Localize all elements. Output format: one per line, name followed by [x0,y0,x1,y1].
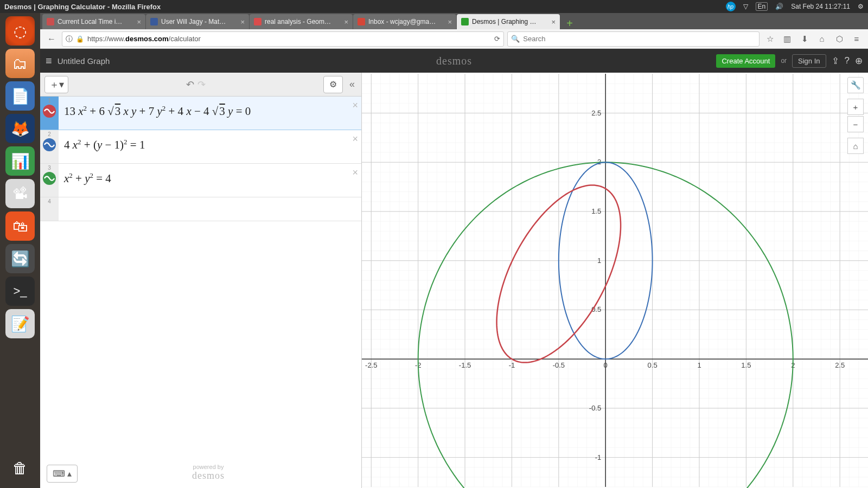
settings-button[interactable]: ⚙ [323,76,343,93]
firefox-window: Current Local Time i…×User Will Jagy - M… [40,13,868,488]
graph-controls: 🔧 + − ⌂ [847,77,864,154]
launcher-gedit[interactable]: 📝 [5,309,35,338]
tab-label: Desmos | Graphing … [472,18,548,25]
launcher-files[interactable]: 🗂 [5,49,35,78]
keypad-toggle[interactable]: ⌨ ▴ [47,465,78,483]
expression-row[interactable]: 3x2 + y2 = 4× [40,164,361,197]
info-icon[interactable]: ⓘ [66,34,73,44]
delete-expression-icon[interactable]: × [352,133,358,145]
url-bar[interactable]: ⓘ 🔒 https://www.desmos.com/calculator ⟳ [62,31,504,47]
reload-icon[interactable]: ⟳ [494,35,500,43]
search-bar[interactable]: 🔍 [507,31,760,47]
graph-canvas[interactable]: -2.5-2-1.5-1-0.500.511.522.5-1-0.50.511.… [362,73,868,488]
expression-input[interactable]: 4 x2 + (y − 1)2 = 1 [59,130,361,163]
launcher-firefox[interactable]: 🦊 [5,114,35,143]
expression-input[interactable] [59,197,361,221]
favicon-icon [358,18,365,25]
favicon-icon [461,18,469,25]
svg-text:-1: -1 [595,453,602,461]
zoom-out-button[interactable]: − [847,116,864,132]
expression-row[interactable]: 24 x2 + (y − 1)2 = 1× [40,130,361,164]
launcher-software[interactable]: 🛍 [5,211,35,241]
help-icon[interactable]: ? [845,55,850,66]
delete-expression-icon[interactable]: × [352,167,358,178]
expression-row[interactable]: 113 x2 + 6 √3 x y + 7 y2 + 4 x − 4 √3 y … [40,97,361,130]
tab-label: Inbox - wcjagy@gma… [368,18,444,25]
create-account-button[interactable]: Create Account [716,54,775,68]
search-input[interactable] [523,35,756,43]
bookmark-star-icon[interactable]: ☆ [763,32,777,46]
undo-button[interactable]: ↶ [186,79,194,91]
close-tab-icon[interactable]: × [551,18,556,26]
zoom-in-button[interactable]: + [847,99,864,115]
row-gutter: 2 [40,130,59,163]
clock[interactable]: Sat Feb 24 11:27:11 [791,3,850,10]
color-swatch[interactable] [43,172,56,185]
launcher-calc[interactable]: 📊 [5,146,35,176]
expression-input[interactable]: 13 x2 + 6 √3 x y + 7 y2 + 4 x − 4 √3 y =… [59,97,361,130]
browser-tab[interactable]: real analysis - Geom…× [250,14,353,29]
navbar: ← ⓘ 🔒 https://www.desmos.com/calculator … [40,29,868,49]
svg-text:1: 1 [697,361,701,369]
or-label: or [781,57,787,65]
graph-title[interactable]: Untitled Graph [58,56,110,66]
downloads-icon[interactable]: ⬇ [797,32,812,46]
expression-panel: ＋▾ ↶ ↷ ⚙ « 113 x2 + 6 √3 x y + 7 y2 + 4 … [40,73,362,488]
row-gutter: 4 [40,197,59,221]
browser-tab[interactable]: Desmos | Graphing …× [457,14,560,29]
desmos-app: ≡ Untitled Graph desmos Create Account o… [40,49,868,488]
new-tab-button[interactable]: + [563,17,577,29]
row-gutter: 3 [40,164,59,197]
globe-icon[interactable]: ⊕ [855,55,863,67]
redo-button[interactable]: ↷ [197,79,206,91]
svg-text:-2.5: -2.5 [365,361,377,369]
gear-icon[interactable]: ⚙ [858,3,864,10]
lang-indicator[interactable]: En [756,2,768,11]
launcher-impress[interactable]: 📽 [5,179,35,208]
launcher-terminal[interactable]: >_ [5,277,35,306]
url-text: https://www.desmos.com/calculator [87,35,491,43]
browser-tab[interactable]: Inbox - wcjagy@gma…× [353,14,456,29]
pocket-icon[interactable]: ⬡ [832,32,846,46]
svg-text:1.5: 1.5 [741,361,751,369]
launcher-trash[interactable]: 🗑 [5,453,35,483]
launcher-updater[interactable]: 🔄 [5,244,35,273]
search-icon: 🔍 [511,35,520,43]
favicon-icon [150,18,158,25]
volume-icon[interactable]: 🔊 [775,3,783,10]
close-tab-icon[interactable]: × [137,18,141,26]
collapse-panel-button[interactable]: « [347,79,357,90]
desmos-topbar: ≡ Untitled Graph desmos Create Account o… [40,49,868,73]
expression-input[interactable]: x2 + y2 = 4 [59,164,361,197]
browser-tab[interactable]: User Will Jagy - Mat…× [146,14,249,29]
sign-in-button[interactable]: Sign In [792,54,826,68]
network-icon[interactable]: ▽ [743,3,748,10]
svg-text:-1: -1 [509,361,515,369]
color-swatch[interactable] [43,138,56,151]
back-button[interactable]: ← [44,32,59,46]
close-tab-icon[interactable]: × [240,18,245,26]
delete-expression-icon[interactable]: × [352,100,358,111]
menu-icon[interactable]: ≡ [46,55,52,67]
library-icon[interactable]: ▥ [780,32,794,46]
tab-label: Current Local Time i… [58,18,133,25]
launcher-dash[interactable]: ◌ [5,16,35,46]
system-tray: hp ▽ En 🔊 Sat Feb 24 11:27:11 ⚙ [726,2,864,11]
expression-row[interactable]: 4 [40,197,361,221]
home-icon[interactable]: ⌂ [815,32,829,46]
share-icon[interactable]: ⇪ [832,55,839,67]
wrench-icon[interactable]: 🔧 [847,77,864,93]
ubuntu-launcher: ◌ 🗂 📄 🦊 📊 📽 🛍 🔄 >_ 📝 🗑 [0,13,40,488]
home-zoom-button[interactable]: ⌂ [847,138,864,154]
window-title: Desmos | Graphing Calculator - Mozilla F… [4,3,161,11]
graph-svg[interactable]: -2.5-2-1.5-1-0.500.511.522.5-1-0.50.511.… [362,73,868,488]
add-expression-button[interactable]: ＋▾ [44,76,68,93]
close-tab-icon[interactable]: × [344,18,348,26]
browser-tab[interactable]: Current Local Time i…× [42,14,145,29]
hamburger-icon[interactable]: ≡ [850,32,864,46]
close-tab-icon[interactable]: × [448,18,452,26]
lock-icon: 🔒 [76,35,84,43]
launcher-writer[interactable]: 📄 [5,81,35,111]
color-swatch[interactable] [43,105,56,118]
expression-list: 113 x2 + 6 √3 x y + 7 y2 + 4 x − 4 √3 y … [40,97,361,488]
